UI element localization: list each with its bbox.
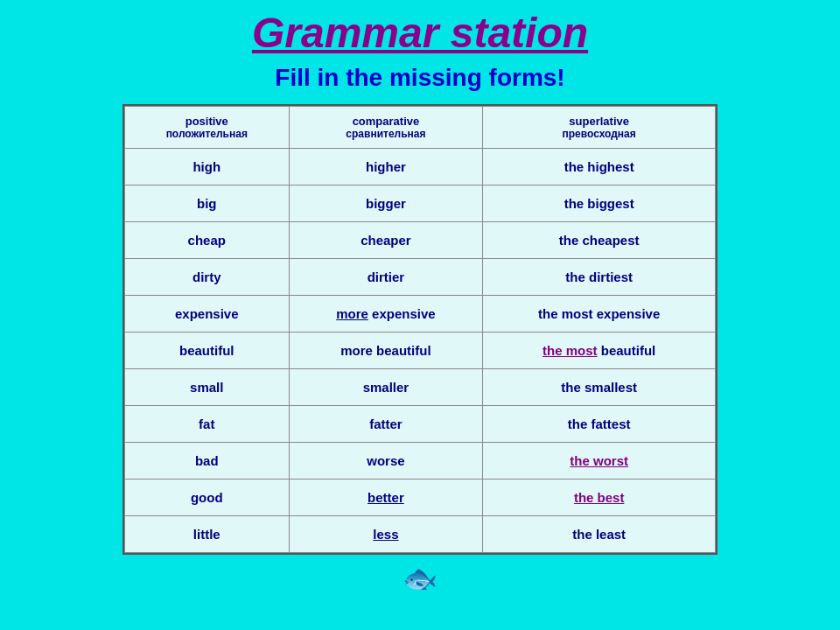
grammar-table: positive положительная comparative сравн…: [124, 106, 716, 553]
table-row: expensivemore expensivethe most expensiv…: [125, 296, 716, 332]
cell-positive: dirty: [125, 259, 290, 296]
cell-superlative: the least: [483, 516, 716, 553]
cell-comparative: fatter: [289, 406, 483, 443]
cell-superlative: the most expensive: [483, 296, 716, 332]
table-row: bigbiggerthe biggest: [125, 186, 716, 222]
cell-superlative: the most beautiful: [483, 332, 716, 369]
cell-comparative: more expensive: [289, 296, 483, 332]
table-header-row: positive положительная comparative сравн…: [125, 107, 716, 149]
page-subtitle: Fill in the missing forms!: [275, 64, 564, 92]
table-row: highhigherthe highest: [125, 149, 716, 186]
cell-comparative: more beautiful: [289, 332, 483, 369]
cell-positive: high: [125, 149, 290, 186]
cell-superlative: the best: [483, 480, 716, 516]
table-body: highhigherthe highestbigbiggerthe bigges…: [125, 149, 716, 553]
page-title: Grammar station: [252, 9, 588, 57]
cell-superlative: the worst: [483, 443, 716, 480]
cell-positive: bad: [125, 443, 290, 480]
table-row: fatfatterthe fattest: [125, 406, 716, 443]
cell-comparative: better: [289, 480, 483, 516]
cell-superlative: the dirtiest: [483, 259, 716, 296]
fish-decoration: 🐟: [402, 562, 438, 595]
cell-positive: big: [125, 186, 290, 222]
cell-positive: little: [125, 516, 290, 553]
cell-superlative: the smallest: [483, 369, 716, 406]
cell-positive: fat: [125, 406, 290, 443]
page-container: Grammar station Fill in the missing form…: [0, 0, 840, 630]
header-positive: positive положительная: [125, 107, 290, 149]
cell-comparative: smaller: [289, 369, 483, 406]
cell-positive: cheap: [125, 222, 290, 259]
cell-superlative: the highest: [483, 149, 716, 186]
cell-positive: expensive: [125, 296, 290, 332]
table-row: smallsmallerthe smallest: [125, 369, 716, 406]
table-row: littlelessthe least: [125, 516, 716, 553]
table-row: cheapcheaperthe cheapest: [125, 222, 716, 259]
cell-comparative: dirtier: [289, 259, 483, 296]
cell-comparative: bigger: [289, 186, 483, 222]
header-superlative: superlative превосходная: [483, 107, 716, 149]
cell-superlative: the biggest: [483, 186, 716, 222]
header-comparative: comparative сравнительная: [289, 107, 483, 149]
table-row: beautifulmore beautifulthe most beautifu…: [125, 332, 716, 369]
cell-superlative: the cheapest: [483, 222, 716, 259]
cell-superlative: the fattest: [483, 406, 716, 443]
table-row: dirtydirtierthe dirtiest: [125, 259, 716, 296]
grammar-table-wrapper: positive положительная comparative сравн…: [122, 104, 718, 555]
cell-positive: good: [125, 480, 290, 516]
cell-comparative: cheaper: [289, 222, 483, 259]
cell-comparative: worse: [289, 443, 483, 480]
table-row: badworsethe worst: [125, 443, 716, 480]
cell-comparative: less: [289, 516, 483, 553]
cell-comparative: higher: [289, 149, 483, 186]
cell-positive: beautiful: [125, 332, 290, 369]
cell-positive: small: [125, 369, 290, 406]
table-row: goodbetterthe best: [125, 480, 716, 516]
